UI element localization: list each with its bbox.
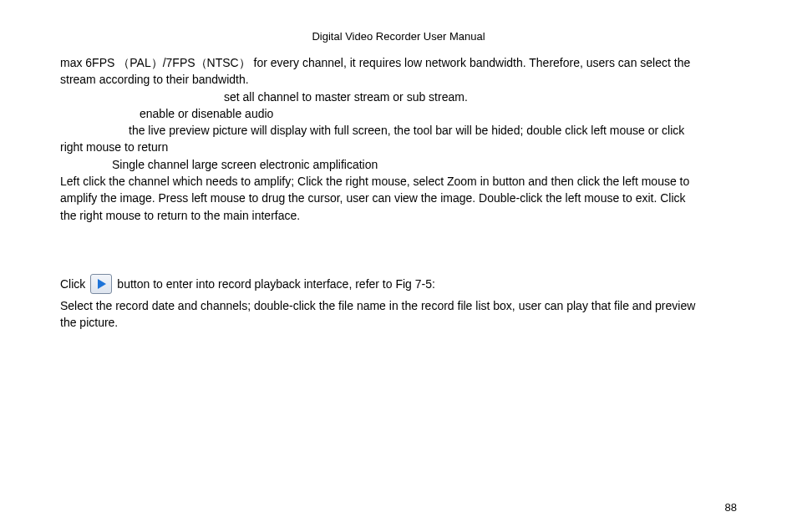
paragraph-line: Select the record date and channels; dou…: [60, 297, 737, 314]
paragraph-line: stream according to their bandwidth.: [60, 71, 737, 88]
page-header: Digital Video Recorder User Manual: [60, 30, 737, 43]
play-button[interactable]: [90, 274, 112, 294]
playback-description: Select the record date and channels; dou…: [60, 297, 737, 332]
paragraph-line: amplify the image. Press left mouse to d…: [60, 190, 737, 206]
paragraph-line: the live preview picture will display wi…: [60, 122, 737, 139]
paragraph-line: max 6FPS （PAL）/7FPS（NTSC） for every chan…: [60, 54, 737, 71]
paragraph-line: Single channel large screen electronic a…: [60, 156, 737, 173]
paragraph-line: right mouse to return: [60, 139, 737, 155]
paragraph-line: set all channel to master stream or sub …: [60, 89, 737, 105]
paragraph-line: the right mouse to return to the main in…: [60, 207, 737, 224]
click-label: Click: [60, 277, 85, 291]
paragraph-line: Left click the channel which needs to am…: [60, 173, 737, 190]
paragraph-line: enable or disenable audio: [60, 105, 737, 122]
paragraph-line: the picture.: [60, 314, 737, 331]
page-number: 88: [725, 501, 737, 514]
play-icon: [98, 279, 106, 289]
body-content: max 6FPS （PAL）/7FPS（NTSC） for every chan…: [60, 54, 737, 224]
playback-instruction-line: Click button to enter into record playba…: [60, 274, 737, 294]
after-button-text: button to enter into record playback int…: [117, 277, 435, 291]
